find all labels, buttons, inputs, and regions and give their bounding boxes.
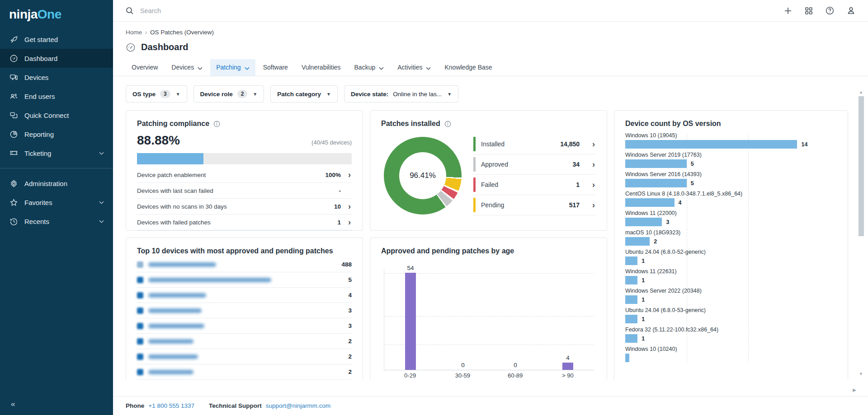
top-device-row[interactable]: 5 [137, 272, 352, 288]
top-devices-list: 4885433222 [137, 257, 352, 380]
user-icon[interactable] [847, 6, 855, 15]
sidebar-item-devices[interactable]: Devices [0, 68, 113, 87]
chevron-right-icon[interactable]: › [591, 140, 596, 148]
legend-row-installed[interactable]: Installed14,850› [473, 134, 596, 154]
scrollbar-thumb[interactable] [859, 96, 864, 236]
tab-vulnerabilities[interactable]: Vulnerabilities [296, 59, 347, 76]
os-bar [625, 334, 637, 343]
star-icon [9, 198, 18, 207]
rocket-icon [9, 35, 18, 44]
tab-software[interactable]: Software [257, 59, 294, 76]
top-device-row[interactable]: 3 [137, 318, 352, 334]
age-bar-value: 54 [407, 265, 414, 271]
breadcrumb-home[interactable]: Home [126, 29, 142, 36]
top-device-row[interactable]: 3 [137, 303, 352, 318]
sidebar-item-favorites[interactable]: Favorites [0, 193, 113, 212]
compliance-row[interactable]: Device patch enablement100%› [137, 167, 352, 183]
sidebar-item-recents[interactable]: Recents [0, 212, 113, 231]
age-bar-column: 4 [542, 354, 594, 370]
device-name-blurred[interactable] [148, 339, 193, 344]
top-device-row[interactable]: 2 [137, 334, 352, 349]
chevron-right-icon[interactable]: › [347, 218, 352, 226]
scroll-up-arrow[interactable]: ▲ [859, 90, 863, 94]
help-icon[interactable] [826, 6, 834, 15]
info-icon[interactable] [213, 121, 220, 127]
support-email-link[interactable]: support@ninjarmm.com [266, 402, 331, 409]
patches-donut-chart: 96.41% [384, 137, 462, 214]
tab-backup[interactable]: Backup [349, 59, 390, 76]
tab-devices[interactable]: Devices [165, 59, 208, 76]
footer: Phone +1 800 555 1337 Technical Support … [113, 396, 868, 415]
tab-overview[interactable]: Overview [126, 59, 164, 76]
os-bar [625, 218, 662, 226]
chevron-right-icon[interactable]: › [591, 181, 596, 189]
tab-patching[interactable]: Patching [210, 59, 255, 76]
age-bar-column: 0 [489, 362, 542, 370]
device-name-blurred[interactable] [148, 308, 202, 313]
chevron-right-icon[interactable]: › [591, 201, 596, 209]
page-header: Home › OS Patches (Overview) Dashboard [113, 22, 868, 52]
device-icon [137, 338, 143, 345]
compliance-row[interactable]: Devices with failed patches1› [137, 214, 352, 230]
dropdown-caret-icon: ▼ [326, 92, 331, 97]
chevron-right-icon[interactable]: › [591, 160, 596, 168]
sidebar-item-quick-connect[interactable]: Quick Connect [0, 106, 113, 125]
tab-knowledge-base[interactable]: Knowledge Base [439, 59, 498, 76]
sidebar-item-get-started[interactable]: Get started [0, 30, 113, 49]
phone-link[interactable]: +1 800 555 1337 [148, 402, 194, 409]
phone-label: Phone [126, 402, 144, 409]
device-name-blurred[interactable] [148, 370, 193, 374]
plus-icon[interactable] [784, 7, 792, 15]
os-bar [625, 256, 637, 265]
legend-color-bar [473, 137, 476, 151]
legend-row-pending[interactable]: Pending517› [473, 195, 596, 215]
info-icon[interactable] [444, 121, 451, 127]
filter-patch-category[interactable]: Patch category▼ [270, 85, 338, 103]
device-icon [137, 323, 143, 329]
sidebar-item-reporting[interactable]: Reporting [0, 125, 113, 144]
scroll-down-arrow[interactable]: ▼ [859, 372, 863, 376]
device-icon [137, 369, 143, 375]
filter-device-role[interactable]: Device role2▼ [193, 85, 264, 103]
filter-device-state[interactable]: Device state:Online in the las...▼ [344, 85, 458, 103]
search-input[interactable] [140, 7, 411, 14]
scroll-viewport: OS type3▼Device role2▼Patch category▼Dev… [126, 85, 848, 380]
device-name-blurred[interactable] [148, 262, 216, 267]
ninjaone-logo[interactable]: ninjaOne [0, 0, 113, 30]
chevron-down-icon [99, 152, 104, 155]
top-devices-title: Top 10 devices with most approved and pe… [137, 247, 333, 255]
reporting-icon [9, 130, 18, 139]
top-device-row[interactable]: 2 [137, 364, 352, 380]
device-name-blurred[interactable] [148, 354, 198, 359]
sidebar-item-administration[interactable]: Administration [0, 174, 113, 193]
vertical-scrollbar[interactable]: ▲ ▼ [859, 90, 864, 370]
legend-color-bar [473, 157, 476, 172]
device-name-blurred[interactable] [148, 278, 271, 282]
sidebar: ninjaOne Get startedDashboardDevicesEnd … [0, 0, 113, 415]
sidebar-item-dashboard[interactable]: Dashboard [0, 49, 113, 68]
compliance-row[interactable]: Devices with no scans in 30 days10› [137, 199, 352, 214]
top-device-row[interactable]: 2 [137, 349, 352, 364]
os-bar [625, 276, 637, 284]
sidebar-item-ticketing[interactable]: Ticketing [0, 144, 113, 163]
legend-row-failed[interactable]: Failed1› [473, 175, 596, 195]
patches-by-age-title: Approved and pending patches by age [381, 247, 514, 255]
compliance-row: Devices with last scan failed-› [137, 183, 352, 199]
device-name-blurred[interactable] [148, 324, 204, 328]
cards-grid: Patching compliance 88.88% (40/45 device… [126, 110, 848, 380]
os-version-row: Fedora 32 (5.11.22-100.fc32.x86_64)1 [625, 326, 837, 343]
tab-activities[interactable]: Activities [392, 59, 437, 76]
chevron-right-icon[interactable]: › [347, 171, 352, 179]
legend-row-approved[interactable]: Approved34› [473, 154, 596, 175]
filter-os-type[interactable]: OS type3▼ [126, 85, 187, 103]
chevron-right-icon[interactable]: › [347, 202, 352, 210]
device-name-blurred[interactable] [148, 293, 206, 298]
apps-grid-icon[interactable] [805, 7, 813, 15]
top-device-row[interactable]: 4 [137, 288, 352, 303]
scroll-right-arrow[interactable]: ▶ [853, 387, 856, 392]
sidebar-item-end-users[interactable]: End users [0, 87, 113, 106]
os-bar [625, 315, 637, 323]
donut-center-label: 96.41% [410, 171, 436, 180]
top-device-row[interactable]: 488 [137, 257, 352, 272]
sidebar-collapse-button[interactable]: « [0, 394, 113, 415]
